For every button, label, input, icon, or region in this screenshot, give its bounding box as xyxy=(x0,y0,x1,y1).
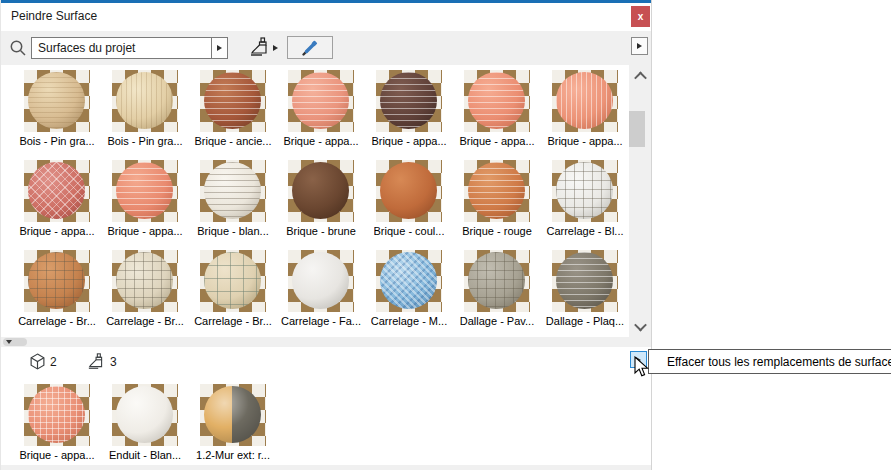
surface-grid: Bois - Pin gra... Bois - Pin gra... Briq… xyxy=(1,65,651,327)
surface-thumbnail[interactable] xyxy=(376,160,442,222)
material-sphere xyxy=(468,252,525,309)
surface-item[interactable]: Carrelage - M... xyxy=(365,250,453,327)
used-surfaces-grid: Brique - appa... Enduit - Blan... 1.2-Mu… xyxy=(1,377,651,461)
surface-catalog-list: Bois - Pin gra... Bois - Pin gra... Briq… xyxy=(1,65,651,337)
surface-thumbnail[interactable] xyxy=(200,160,266,222)
surface-label: Brique - blan... xyxy=(197,225,269,237)
surface-label: Brique - appa... xyxy=(547,135,622,147)
model-surfaces-group: 2 xyxy=(29,353,57,370)
surface-label: Carrelage - Br... xyxy=(194,315,272,327)
surface-label: Carrelage - M... xyxy=(371,315,447,327)
material-sphere xyxy=(380,252,437,309)
surface-thumbnail[interactable] xyxy=(552,160,618,222)
paintbrush-icon[interactable] xyxy=(249,37,271,61)
surface-item[interactable]: Brique - brune xyxy=(277,160,365,237)
surface-label: Brique - appa... xyxy=(107,225,182,237)
chevron-up-icon xyxy=(634,71,647,84)
surface-item[interactable]: Brique - appa... xyxy=(13,384,101,461)
surface-item[interactable]: Brique - rouge xyxy=(453,160,541,237)
surface-thumbnail[interactable] xyxy=(112,160,178,222)
material-sphere xyxy=(116,252,173,309)
panel-splitter[interactable] xyxy=(1,337,651,347)
surface-item[interactable]: Brique - coul... xyxy=(365,160,453,237)
painted-surfaces-count: 3 xyxy=(110,355,117,369)
surface-item[interactable]: Carrelage - Br... xyxy=(13,250,101,327)
surface-label: Bois - Pin gra... xyxy=(19,135,94,147)
material-sphere xyxy=(204,252,261,309)
material-sphere xyxy=(468,162,525,219)
brush-menu-arrow-icon[interactable] xyxy=(273,45,278,51)
surface-thumbnail[interactable] xyxy=(552,250,618,312)
surface-thumbnail[interactable] xyxy=(112,70,178,132)
surface-thumbnail[interactable] xyxy=(288,250,354,312)
scroll-down-button[interactable] xyxy=(629,317,651,335)
surface-thumbnail[interactable] xyxy=(288,160,354,222)
surface-item[interactable]: Brique - appa... xyxy=(277,70,365,147)
surface-item[interactable]: Brique - appa... xyxy=(453,70,541,147)
material-sphere xyxy=(204,386,261,443)
surface-thumbnail[interactable] xyxy=(376,250,442,312)
surface-item[interactable]: Brique - appa... xyxy=(365,70,453,147)
material-sphere xyxy=(28,162,85,219)
surface-thumbnail[interactable] xyxy=(24,160,90,222)
surface-thumbnail[interactable] xyxy=(288,70,354,132)
material-sphere xyxy=(556,252,613,309)
close-button[interactable]: x xyxy=(631,6,650,27)
used-surfaces-bar: 2 3 xyxy=(1,347,651,377)
surface-item[interactable]: Enduit - Blan... xyxy=(101,384,189,461)
surface-thumbnail[interactable] xyxy=(200,250,266,312)
model-surfaces-count: 2 xyxy=(50,355,57,369)
surface-thumbnail[interactable] xyxy=(200,70,266,132)
scroll-up-button[interactable] xyxy=(629,67,651,85)
material-sphere xyxy=(468,72,525,129)
search-icon xyxy=(9,39,27,61)
surface-thumbnail[interactable] xyxy=(464,70,530,132)
surface-item[interactable]: Carrelage - Bl... xyxy=(541,160,629,237)
title-bar: Peindre Surface x xyxy=(1,0,651,31)
surface-label: Brique - appa... xyxy=(459,135,534,147)
surface-thumbnail[interactable] xyxy=(112,250,178,312)
dialog-bottom-edge xyxy=(1,465,651,470)
surface-item[interactable]: Dallage - Pav... xyxy=(453,250,541,327)
surface-item[interactable]: Carrelage - Br... xyxy=(101,250,189,327)
surface-thumbnail[interactable] xyxy=(200,384,266,446)
surface-label: Brique - appa... xyxy=(19,225,94,237)
surface-item[interactable]: Brique - ancie... xyxy=(189,70,277,147)
surface-item[interactable]: Dallage - Plaq... xyxy=(541,250,629,327)
surface-thumbnail[interactable] xyxy=(24,70,90,132)
triangle-down-icon xyxy=(6,340,12,344)
surface-thumbnail[interactable] xyxy=(552,70,618,132)
surface-item[interactable]: Carrelage - Fa... xyxy=(277,250,365,327)
material-sphere xyxy=(204,72,261,129)
surface-item[interactable]: 1.2-Mur ext: r... xyxy=(189,384,277,461)
screen: Peindre Surface x xyxy=(0,0,891,470)
surface-label: Brique - ancie... xyxy=(194,135,271,147)
material-sphere xyxy=(380,72,437,129)
toolbar-expand-button[interactable] xyxy=(631,37,648,55)
surface-thumbnail[interactable] xyxy=(376,70,442,132)
splitter-handle[interactable] xyxy=(3,338,27,346)
surface-item[interactable]: Bois - Pin gra... xyxy=(101,70,189,147)
material-sphere xyxy=(380,162,437,219)
surface-thumbnail[interactable] xyxy=(24,384,90,446)
right-triangle-icon xyxy=(637,43,642,49)
surface-label: Carrelage - Br... xyxy=(18,315,96,327)
search-dropdown-button[interactable] xyxy=(211,37,228,59)
material-sphere xyxy=(116,72,173,129)
surface-thumbnail[interactable] xyxy=(464,250,530,312)
surface-thumbnail[interactable] xyxy=(112,384,178,446)
surface-item[interactable]: Bois - Pin gra... xyxy=(13,70,101,147)
surface-item[interactable]: Brique - appa... xyxy=(541,70,629,147)
surface-item[interactable]: Brique - blan... xyxy=(189,160,277,237)
search-input[interactable] xyxy=(31,37,211,59)
material-sphere xyxy=(116,162,173,219)
scrollbar-thumb[interactable] xyxy=(629,111,645,147)
eyedropper-button[interactable] xyxy=(287,36,333,59)
surface-thumbnail[interactable] xyxy=(464,160,530,222)
surface-item[interactable]: Brique - appa... xyxy=(13,160,101,237)
eyedropper-icon xyxy=(300,38,320,58)
surface-thumbnail[interactable] xyxy=(24,250,90,312)
vertical-scrollbar[interactable] xyxy=(629,65,651,337)
surface-item[interactable]: Brique - appa... xyxy=(101,160,189,237)
surface-item[interactable]: Carrelage - Br... xyxy=(189,250,277,327)
